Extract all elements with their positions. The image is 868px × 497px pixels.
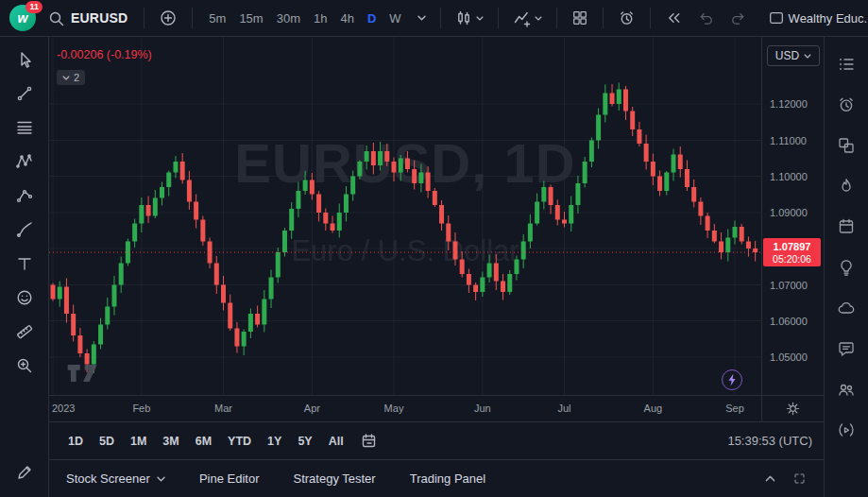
chat-button[interactable] — [834, 336, 859, 361]
interval-buttons: 5m15m30m1h4hDW — [203, 9, 406, 28]
fib-retracement-icon — [15, 118, 34, 137]
range-1y[interactable]: 1Y — [260, 432, 289, 451]
time-tick: Feb — [132, 403, 150, 414]
range-ytd[interactable]: YTD — [220, 432, 259, 451]
currency-button[interactable]: USD — [767, 45, 820, 66]
divider — [192, 8, 193, 28]
brush-icon — [15, 220, 34, 239]
minds-button[interactable] — [834, 296, 859, 320]
expand-panel-button[interactable] — [765, 475, 775, 482]
tradingview-logo[interactable] — [66, 363, 100, 384]
time-tick: May — [384, 403, 404, 414]
alerts-button[interactable] — [834, 93, 859, 117]
calendar-button[interactable] — [834, 214, 859, 239]
layout-name: Wealthy Educ... — [789, 11, 868, 26]
price-change-text: -0.00206 (-0.19%) — [57, 48, 152, 61]
restore-panel-icon — [792, 471, 807, 486]
alert-button[interactable] — [614, 6, 639, 31]
chart-plot[interactable]: EURUSD, 1D Euro / U.S. Dollar -0.00206 (… — [49, 37, 761, 395]
compare-add-button[interactable] — [155, 5, 181, 31]
chart-row: EURUSD, 1D Euro / U.S. Dollar -0.00206 (… — [49, 37, 824, 395]
layout-manager-button[interactable]: Wealthy Educ... — [764, 6, 868, 30]
community-icon — [837, 380, 856, 399]
range-all[interactable]: All — [321, 432, 351, 451]
restore-panel-button[interactable] — [792, 471, 807, 486]
range-1d[interactable]: 1D — [60, 432, 91, 451]
zoom-icon — [15, 356, 34, 375]
interval-d[interactable]: D — [362, 9, 382, 28]
streams-button[interactable] — [834, 418, 859, 442]
xabcd-pattern-tool[interactable] — [13, 150, 36, 173]
object-tree-icon — [837, 136, 856, 155]
interval-30m[interactable]: 30m — [271, 9, 306, 28]
monitor-icon — [768, 9, 785, 26]
range-5y[interactable]: 5Y — [290, 432, 319, 451]
interval-menu-button[interactable] — [414, 11, 430, 25]
range-3m[interactable]: 3M — [155, 432, 186, 451]
price-tick: 1.12000 — [770, 98, 808, 110]
alerts-clock-icon — [837, 95, 856, 114]
boost-button[interactable] — [722, 369, 742, 390]
grid-layout-icon — [571, 9, 588, 26]
calendar-icon — [837, 217, 856, 236]
currency-label: USD — [775, 49, 799, 62]
ideas-button[interactable] — [834, 255, 859, 280]
community-button[interactable] — [834, 377, 859, 402]
zoom-tool[interactable] — [13, 354, 36, 377]
cloud-chat-icon — [837, 299, 856, 317]
user-menu-button[interactable]: w 11 — [9, 5, 36, 31]
price-axis[interactable]: USD 1.120001.110001.100001.090001.070001… — [761, 37, 824, 395]
trend-line-tool[interactable] — [13, 82, 36, 105]
undo-button[interactable] — [693, 6, 719, 31]
interval-w[interactable]: W — [383, 9, 406, 28]
interval-4h[interactable]: 4h — [334, 9, 359, 28]
range-buttons: 1D5D1M3M6MYTD1Y5YAll — [60, 432, 351, 451]
tab-stock-screener[interactable]: Stock Screener — [66, 471, 165, 486]
indicators-button[interactable] — [509, 6, 546, 31]
date-range-row: 1D5D1M3M6MYTD1Y5YAll 15:39:53 (UTC) — [49, 421, 824, 459]
range-6m[interactable]: 6M — [188, 432, 219, 451]
watchlist-button[interactable] — [834, 52, 859, 77]
bar-countdown: 05:20:06 — [773, 253, 811, 265]
interval-5m[interactable]: 5m — [203, 9, 231, 28]
watchlist-icon — [837, 55, 856, 74]
price-tick: 1.05000 — [770, 351, 808, 363]
interval-15m[interactable]: 15m — [233, 9, 268, 28]
utc-clock[interactable]: 15:39:53 (UTC) — [727, 434, 812, 448]
interval-1h[interactable]: 1h — [308, 9, 332, 28]
tab-label: Stock Screener — [66, 471, 150, 486]
text-tool[interactable] — [13, 252, 36, 275]
redo-button[interactable] — [725, 6, 751, 31]
symbol-search-button[interactable]: EURUSD — [43, 7, 133, 30]
tabs-container: Stock ScreenerPine EditorStrategy Tester… — [66, 471, 485, 486]
edit-tool[interactable] — [13, 461, 36, 484]
time-axis[interactable]: 2023FebMarAprMayJunJulAugSep — [49, 396, 761, 421]
cursor-tool[interactable] — [13, 48, 36, 71]
time-axis-row: 2023FebMarAprMayJunJulAugSep — [49, 395, 824, 421]
price-tick: 1.11000 — [770, 135, 807, 146]
chevron-down-icon — [476, 16, 484, 21]
chart-type-button[interactable] — [451, 6, 487, 30]
hidden-indicators-chip[interactable]: 2 — [57, 70, 85, 85]
tab-strategy-tester[interactable]: Strategy Tester — [293, 471, 375, 486]
object-tree-button[interactable] — [834, 133, 859, 158]
range-1m[interactable]: 1M — [123, 432, 154, 451]
fib-retracement-tool[interactable] — [13, 116, 36, 139]
forecast-tool[interactable] — [13, 184, 36, 207]
drawing-toolbar — [0, 37, 49, 497]
hotlists-button[interactable] — [834, 174, 859, 198]
tab-trading-panel[interactable]: Trading Panel — [410, 471, 485, 486]
ruler-tool[interactable] — [13, 320, 36, 343]
brush-tool[interactable] — [13, 218, 36, 241]
layout-grid-button[interactable] — [568, 6, 592, 30]
go-to-date-button[interactable] — [358, 430, 380, 452]
lightning-icon — [726, 373, 738, 386]
alarm-clock-icon — [618, 9, 636, 27]
chart-settings-button[interactable] — [786, 402, 800, 416]
bar-replay-button[interactable] — [661, 6, 687, 31]
price-tick: 1.10000 — [770, 171, 808, 182]
tab-pine-editor[interactable]: Pine Editor — [199, 471, 260, 486]
emoji-tool[interactable] — [13, 286, 36, 309]
range-5d[interactable]: 5D — [92, 432, 122, 451]
divider — [498, 8, 499, 28]
